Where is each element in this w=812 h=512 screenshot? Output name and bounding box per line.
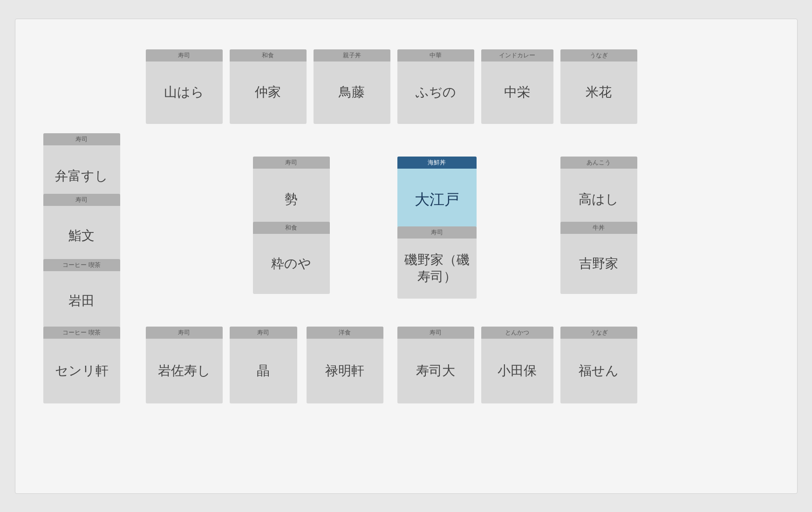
card-name-senriken: センリ軒 bbox=[43, 339, 120, 403]
card-name-iwasazushi: 岩佐寿し bbox=[146, 339, 223, 403]
card-category-iwata: コーヒー 喫茶 bbox=[43, 259, 120, 271]
card-name-fukusen: 福せん bbox=[560, 339, 637, 403]
restaurant-card-yamahara[interactable]: 寿司山はら bbox=[146, 49, 223, 124]
restaurant-card-konoya[interactable]: 和食粋のや bbox=[253, 222, 330, 294]
restaurant-card-chue[interactable]: インドカレー中栄 bbox=[481, 49, 553, 124]
restaurant-card-sei[interactable]: 寿司勢 bbox=[253, 157, 330, 231]
restaurant-card-yonehana[interactable]: うなぎ米花 bbox=[560, 49, 637, 124]
restaurant-card-fudino[interactable]: 中華ふぢの bbox=[397, 49, 474, 124]
restaurant-card-yoshinoya[interactable]: 牛丼吉野家 bbox=[560, 222, 637, 294]
restaurant-card-senriken[interactable]: コーヒー 喫茶センリ軒 bbox=[43, 327, 120, 403]
card-category-sushifumi: 寿司 bbox=[43, 194, 120, 206]
restaurant-card-iwasazushi[interactable]: 寿司岩佐寿し bbox=[146, 327, 223, 403]
restaurant-card-fukusen[interactable]: うなぎ福せん bbox=[560, 327, 637, 403]
card-category-odagiri: とんかつ bbox=[481, 327, 553, 339]
restaurant-card-sushidai[interactable]: 寿司寿司大 bbox=[397, 327, 474, 403]
card-name-yoshinoya: 吉野家 bbox=[560, 234, 637, 294]
card-category-bentomisushi: 寿司 bbox=[43, 133, 120, 145]
card-category-isonoya: 寿司 bbox=[397, 226, 477, 239]
card-category-nakaya: 和食 bbox=[230, 49, 307, 61]
card-category-rokumekken: 洋食 bbox=[307, 327, 383, 339]
card-category-takahashi: あんこう bbox=[560, 157, 637, 169]
card-name-konoya: 粋のや bbox=[253, 234, 330, 294]
card-category-yamahara: 寿司 bbox=[146, 49, 223, 61]
card-name-toritou: 鳥藤 bbox=[314, 61, 390, 124]
card-category-yonehana: うなぎ bbox=[560, 49, 637, 61]
card-name-sushifumi: 鮨文 bbox=[43, 206, 120, 266]
card-category-ohedo: 海鮮丼 bbox=[397, 157, 477, 169]
card-category-fukusen: うなぎ bbox=[560, 327, 637, 339]
restaurant-card-odagiri[interactable]: とんかつ小田保 bbox=[481, 327, 553, 403]
restaurant-card-rokumekken[interactable]: 洋食禄明軒 bbox=[307, 327, 383, 403]
card-category-fudino: 中華 bbox=[397, 49, 474, 61]
restaurant-card-nakaya[interactable]: 和食仲家 bbox=[230, 49, 307, 124]
card-category-sei: 寿司 bbox=[253, 157, 330, 169]
restaurant-card-iwata[interactable]: コーヒー 喫茶岩田 bbox=[43, 259, 120, 331]
card-name-iwata: 岩田 bbox=[43, 271, 120, 331]
card-name-odagiri: 小田保 bbox=[481, 339, 553, 403]
card-name-fudino: ふぢの bbox=[397, 61, 474, 124]
card-category-toritou: 親子丼 bbox=[314, 49, 390, 61]
restaurant-card-ohedo[interactable]: 海鮮丼大江戸 bbox=[397, 157, 477, 231]
card-name-akira: 晶 bbox=[230, 339, 297, 403]
card-name-rokumekken: 禄明軒 bbox=[307, 339, 383, 403]
card-name-ohedo: 大江戸 bbox=[397, 169, 477, 231]
card-category-chue: インドカレー bbox=[481, 49, 553, 61]
restaurant-map: 寿司山はら和食仲家親子丼鳥藤中華ふぢのインドカレー中栄うなぎ米花寿司弁富すし寿司… bbox=[15, 19, 798, 494]
restaurant-card-sushifumi[interactable]: 寿司鮨文 bbox=[43, 194, 120, 266]
card-category-konoya: 和食 bbox=[253, 222, 330, 234]
card-category-akira: 寿司 bbox=[230, 327, 297, 339]
restaurant-card-toritou[interactable]: 親子丼鳥藤 bbox=[314, 49, 390, 124]
card-category-iwasazushi: 寿司 bbox=[146, 327, 223, 339]
restaurant-card-takahashi[interactable]: あんこう高はし bbox=[560, 157, 637, 231]
card-name-chue: 中栄 bbox=[481, 61, 553, 124]
card-name-nakaya: 仲家 bbox=[230, 61, 307, 124]
restaurant-card-isonoya[interactable]: 寿司磯野家（磯寿司） bbox=[397, 226, 477, 299]
card-name-isonoya: 磯野家（磯寿司） bbox=[397, 239, 477, 299]
card-category-sushidai: 寿司 bbox=[397, 327, 474, 339]
card-name-sushidai: 寿司大 bbox=[397, 339, 474, 403]
card-category-senriken: コーヒー 喫茶 bbox=[43, 327, 120, 339]
card-name-yonehana: 米花 bbox=[560, 61, 637, 124]
card-name-yamahara: 山はら bbox=[146, 61, 223, 124]
card-category-yoshinoya: 牛丼 bbox=[560, 222, 637, 234]
restaurant-card-akira[interactable]: 寿司晶 bbox=[230, 327, 297, 403]
